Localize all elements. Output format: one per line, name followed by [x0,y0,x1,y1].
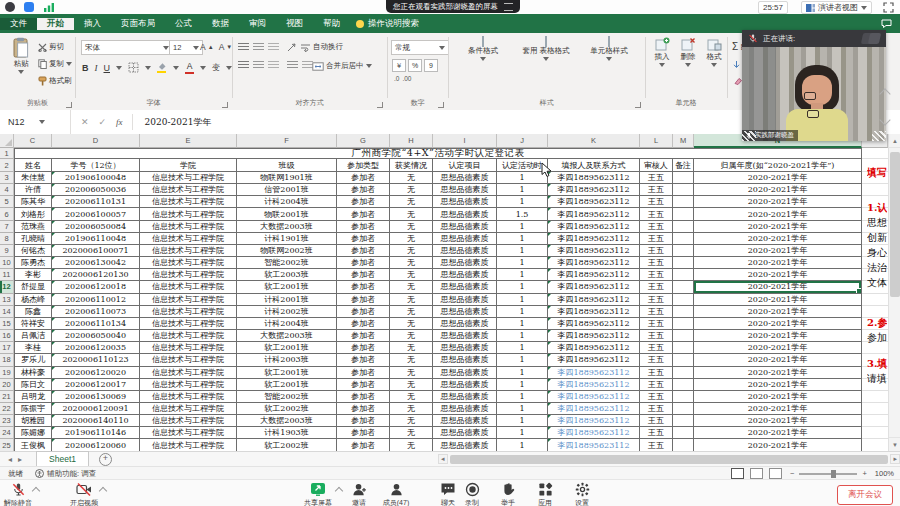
percent-format-button[interactable]: % [408,59,422,72]
ribbon-tab-5[interactable]: 数据 [202,18,239,30]
ribbon-tab-0[interactable]: 文件 [0,18,37,30]
select-all-corner[interactable] [0,134,14,148]
cell-J25[interactable]: 1 [497,439,548,451]
ribbon-tab-2[interactable]: 插入 [74,18,111,30]
cell-L3[interactable]: 王五 [640,172,673,184]
cell-C23[interactable]: 胡雅园 [14,415,52,427]
cell-D17[interactable]: 202006120035 [52,342,140,354]
row-number-1[interactable]: 1 [0,148,14,159]
page-layout-view-icon[interactable] [750,468,763,479]
cell-E15[interactable]: 信息技术与工程学院 [140,318,237,330]
enter-icon[interactable]: ✓ [99,117,107,127]
cell-E16[interactable]: 信息技术与工程学院 [140,330,237,342]
new-sheet-icon[interactable]: + [99,453,112,466]
cell-H19[interactable]: 无 [390,367,433,379]
row-number-6[interactable]: 6 [0,208,14,220]
fill-color-button[interactable] [157,62,167,73]
row-number-20[interactable]: 20 [0,379,14,391]
row-number-5[interactable]: 5 [0,196,14,208]
cell-K22[interactable]: 李四18895623112 [548,403,640,415]
currency-format-button[interactable]: ￥ [392,59,406,72]
cell-M21[interactable] [673,391,694,403]
cell-F4[interactable]: 信管2001班 [237,184,337,196]
leave-meeting-button[interactable]: 离开会议 [837,485,893,505]
cell-L17[interactable]: 王五 [640,342,673,354]
cell-M6[interactable] [673,208,694,220]
cell-K19[interactable]: 李四18895623112 [548,367,640,379]
cell-I18[interactable]: 思想品德素质 [433,354,497,366]
cell-J8[interactable]: 1 [497,233,548,245]
number-format-select[interactable]: 常规 [391,40,449,55]
cell-K5[interactable]: 李四18895623112 [548,196,640,208]
underline-dropdown[interactable] [116,66,122,70]
cell-H21[interactable]: 无 [390,391,433,403]
name-box[interactable]: N12 [0,110,71,134]
font-name-select[interactable]: 宋体 [81,40,173,55]
cell-N19[interactable]: 2020-2021学年 [694,367,862,379]
ribbon-tab-8[interactable]: 帮助 [313,18,350,30]
cell-K14[interactable]: 李四18895623112 [548,306,640,318]
cell-E17[interactable]: 信息技术与工程学院 [140,342,237,354]
ribbon-tab-1[interactable]: 开始 [37,18,74,30]
row-number-19[interactable]: 19 [0,367,14,379]
cell-L24[interactable]: 王五 [640,427,673,439]
cell-K13[interactable]: 李四18895623112 [548,294,640,306]
cell-E19[interactable]: 信息技术与工程学院 [140,367,237,379]
cell-K3[interactable]: 李四18895623112 [548,172,640,184]
cell-I22[interactable]: 思想品德素质 [433,403,497,415]
cell-I4[interactable]: 思想品德素质 [433,184,497,196]
cell-F12[interactable]: 软工2001班 [237,281,337,293]
cell-N17[interactable]: 2020-2021学年 [694,342,862,354]
cell-K9[interactable]: 李四18895623112 [548,245,640,257]
cell-N8[interactable]: 2020-2021学年 [694,233,862,245]
number-dialog-launcher[interactable] [438,102,444,108]
row-number-18[interactable]: 18 [0,354,14,366]
cell-D6[interactable]: 202006100057 [52,208,140,220]
cell-F14[interactable]: 计科2002班 [237,306,337,318]
cell-C22[interactable]: 陈振宇 [14,403,52,415]
cell-I23[interactable]: 思想品德素质 [433,415,497,427]
cell-H4[interactable]: 无 [390,184,433,196]
cell-L12[interactable]: 王五 [640,281,673,293]
cell-I10[interactable]: 思想品德素质 [433,257,497,269]
cell-F21[interactable]: 智能2002班 [237,391,337,403]
col-letter-C[interactable]: C [14,134,52,148]
sheet-nav-right-icon[interactable]: ▸ [18,455,22,464]
vertical-scrollbar[interactable]: ▲ ▼ [888,134,900,451]
cell-L23[interactable]: 王五 [640,415,673,427]
header-cell-5[interactable]: 获奖情况 [390,159,433,172]
cell-N15[interactable]: 2020-2021学年 [694,318,862,330]
cell-M8[interactable] [673,233,694,245]
clipboard-dialog-launcher[interactable] [66,102,72,108]
cell-N5[interactable]: 2020-2021学年 [694,196,862,208]
cell-M15[interactable] [673,318,694,330]
cell-E10[interactable]: 信息技术与工程学院 [140,257,237,269]
cell-I5[interactable]: 思想品德素质 [433,196,497,208]
cell-H6[interactable]: 无 [390,208,433,220]
scroll-right-icon[interactable]: ▸ [890,454,900,464]
cell-D13[interactable]: 202006110012 [52,294,140,306]
bold-button[interactable]: B [82,63,89,73]
cell-D3[interactable]: 201906100048 [52,172,140,184]
cell-F22[interactable]: 软工2002班 [237,403,337,415]
cell-G19[interactable]: 参加者 [337,367,390,379]
cell-H13[interactable]: 无 [390,294,433,306]
row-number-9[interactable]: 9 [0,245,14,257]
cell-F24[interactable]: 计科1903班 [237,427,337,439]
cell-I16[interactable]: 思想品德素质 [433,330,497,342]
col-letter-L[interactable]: L [640,134,673,148]
cell-G16[interactable]: 参加者 [337,330,390,342]
cell-N12[interactable]: 2020-2021学年 [694,281,862,293]
row-number-2[interactable]: 2 [0,159,14,172]
cell-J22[interactable]: 1 [497,403,548,415]
vertical-scroll-thumb[interactable] [890,152,900,297]
row-number-7[interactable]: 7 [0,221,14,233]
fill-color-dropdown[interactable] [173,66,179,70]
cell-M17[interactable] [673,342,694,354]
cell-C17[interactable]: 李桂 [14,342,52,354]
cell-L15[interactable]: 王五 [640,318,673,330]
cell-J19[interactable]: 1 [497,367,548,379]
header-cell-4[interactable]: 参加类型 [337,159,390,172]
ribbon-tab-6[interactable]: 审阅 [239,18,276,30]
cell-H7[interactable]: 无 [390,221,433,233]
